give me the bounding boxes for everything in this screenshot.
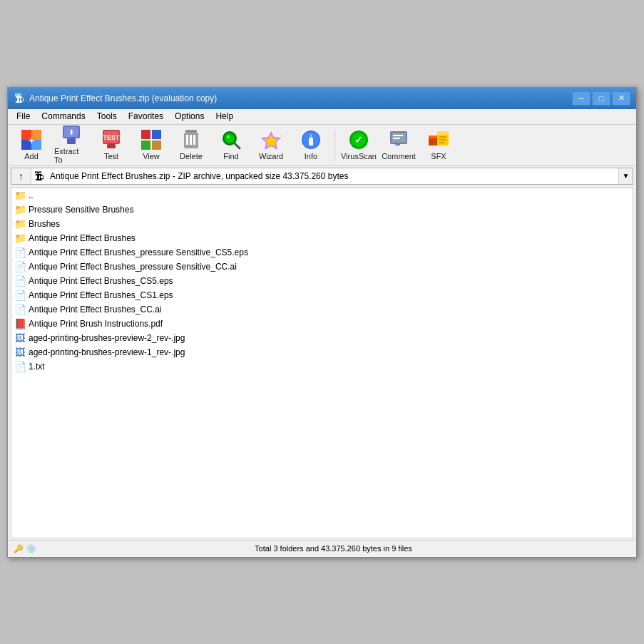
address-bar: ↑ 🗜 Antique Print Effect Brushes.zip - Z… bbox=[11, 168, 633, 185]
app-icon: 🗜 bbox=[14, 93, 25, 104]
sfx-button[interactable]: SFX bbox=[419, 127, 458, 163]
address-path: Antique Print Effect Brushes.zip - ZIP a… bbox=[47, 171, 618, 181]
svg-text:TEST: TEST bbox=[103, 134, 120, 141]
add-button[interactable]: + Add bbox=[12, 127, 51, 163]
toolbar-separator bbox=[334, 129, 335, 160]
file-name: Antique Print Effect Brushes bbox=[29, 233, 136, 243]
menu-tools[interactable]: Tools bbox=[91, 110, 123, 123]
menu-help[interactable]: Help bbox=[210, 110, 239, 123]
list-item[interactable]: 📁 .. bbox=[11, 188, 633, 203]
list-item[interactable]: 📄 Antique Print Effect Brushes_CS5.eps bbox=[11, 274, 633, 288]
list-item[interactable]: 📁 Brushes bbox=[11, 217, 633, 231]
file-icon: 📕 bbox=[14, 318, 26, 329]
file-icon: 🖼 bbox=[14, 347, 26, 358]
file-icon: 📄 bbox=[14, 290, 26, 301]
view-button[interactable]: View bbox=[132, 127, 170, 163]
list-item[interactable]: 📄 Antique Print Effect Brushes_pressure … bbox=[11, 245, 633, 260]
folder-icon: 📁 bbox=[14, 218, 26, 230]
extract-button[interactable]: ⬇ Extract To bbox=[52, 127, 91, 163]
svg-text:✓: ✓ bbox=[354, 134, 363, 145]
file-name: Antique Print Effect Brushes_pressure Se… bbox=[29, 247, 248, 257]
folder-icon: 📁 bbox=[14, 204, 26, 215]
comment-icon bbox=[387, 129, 410, 150]
menu-favorites[interactable]: Favorites bbox=[123, 110, 169, 123]
menu-bar: File Commands Tools Favorites Options He… bbox=[8, 109, 636, 125]
maximize-button[interactable]: □ bbox=[592, 91, 610, 106]
svg-rect-43 bbox=[429, 136, 437, 138]
list-item[interactable]: 📁 Antique Print Effect Brushes bbox=[11, 231, 633, 245]
file-name: 1.txt bbox=[29, 362, 45, 372]
svg-text:⬇: ⬇ bbox=[68, 128, 74, 136]
folder-up-icon: 📁 bbox=[14, 190, 26, 201]
up-button[interactable]: ↑ bbox=[11, 168, 31, 184]
svg-rect-14 bbox=[152, 130, 161, 139]
file-icon: 📄 bbox=[14, 304, 26, 315]
file-icon: 📄 bbox=[14, 261, 26, 272]
extract-icon: ⬇ bbox=[60, 126, 83, 145]
svg-rect-8 bbox=[67, 138, 76, 144]
file-name: Brushes bbox=[29, 219, 60, 229]
svg-rect-19 bbox=[186, 135, 188, 145]
file-name: Antique Print Brush Instructions.pdf bbox=[29, 319, 163, 329]
list-item[interactable]: 📕 Antique Print Brush Instructions.pdf bbox=[11, 317, 633, 331]
sfx-icon bbox=[427, 129, 450, 150]
wizard-icon: ✦ bbox=[260, 129, 282, 150]
list-item[interactable]: 🖼 aged-printing-brushes-preview-2_rev-.j… bbox=[11, 331, 633, 345]
add-icon: + bbox=[20, 129, 43, 150]
find-button[interactable]: Find bbox=[212, 127, 250, 163]
svg-rect-16 bbox=[152, 140, 161, 150]
svg-point-23 bbox=[225, 134, 234, 143]
disc-icon: 💿 bbox=[26, 544, 36, 553]
view-icon bbox=[140, 129, 163, 150]
file-name: Antique Print Effect Brushes_CS1.eps bbox=[29, 290, 173, 300]
test-button[interactable]: TEST Test bbox=[92, 127, 131, 163]
file-name: aged-printing-brushes-preview-2_rev-.jpg bbox=[29, 333, 185, 343]
folder-icon: 📁 bbox=[14, 232, 26, 244]
wizard-button[interactable]: ✦ Wizard bbox=[252, 127, 290, 163]
viruscan-icon: ✓ bbox=[347, 129, 370, 150]
comment-button[interactable]: Comment bbox=[379, 127, 418, 163]
svg-text:✦: ✦ bbox=[280, 132, 281, 138]
list-item[interactable]: 📄 Antique Print Effect Brushes_CC.ai bbox=[11, 302, 633, 317]
close-button[interactable]: ✕ bbox=[612, 91, 630, 106]
svg-rect-21 bbox=[193, 135, 195, 145]
test-icon: TEST bbox=[100, 129, 123, 150]
file-icon: 📄 bbox=[14, 275, 26, 287]
key-icon: 🔑 bbox=[14, 544, 24, 553]
viruscan-button[interactable]: ✓ VirusScan bbox=[339, 127, 378, 163]
info-icon: i bbox=[300, 129, 322, 150]
svg-text:+: + bbox=[29, 135, 34, 146]
svg-rect-33 bbox=[309, 138, 313, 139]
list-item[interactable]: 📄 Antique Print Effect Brushes_pressure … bbox=[11, 260, 633, 274]
info-button[interactable]: i Info bbox=[292, 127, 330, 163]
menu-options[interactable]: Options bbox=[169, 110, 210, 123]
svg-rect-40 bbox=[393, 138, 400, 139]
address-dropdown-button[interactable]: ▼ bbox=[618, 168, 633, 184]
status-left: 🔑 💿 bbox=[14, 544, 36, 553]
menu-file[interactable]: File bbox=[11, 110, 36, 123]
svg-marker-41 bbox=[393, 144, 400, 147]
svg-rect-12 bbox=[107, 144, 116, 148]
svg-rect-15 bbox=[141, 140, 150, 150]
file-name: Antique Print Effect Brushes_pressure Se… bbox=[29, 262, 237, 272]
list-item[interactable]: 🖼 aged-printing-brushes-preview-1_rev-.j… bbox=[11, 345, 633, 359]
menu-commands[interactable]: Commands bbox=[36, 110, 91, 123]
delete-icon bbox=[180, 129, 203, 150]
list-item[interactable]: 📄 1.txt bbox=[11, 359, 633, 374]
title-bar-left: 🗜 Antique Print Effect Brushes.zip (eval… bbox=[14, 93, 217, 104]
minimize-button[interactable]: ─ bbox=[572, 91, 591, 106]
file-icon: 📄 bbox=[14, 361, 26, 372]
file-icon: 🖼 bbox=[14, 332, 26, 344]
list-item[interactable]: 📄 Antique Print Effect Brushes_CS1.eps bbox=[11, 288, 633, 302]
file-list[interactable]: 📁 .. 📁 Pressure Sensitive Brushes 📁 Brus… bbox=[11, 188, 633, 538]
list-item[interactable]: 📁 Pressure Sensitive Brushes bbox=[11, 203, 633, 217]
svg-line-24 bbox=[235, 143, 240, 148]
file-name: Antique Print Effect Brushes_CS5.eps bbox=[29, 276, 173, 286]
status-text: Total 3 folders and 43.375.260 bytes in … bbox=[255, 544, 412, 553]
title-controls: ─ □ ✕ bbox=[572, 91, 630, 106]
address-icon: 🗜 bbox=[34, 170, 44, 182]
svg-rect-13 bbox=[141, 130, 150, 139]
svg-point-25 bbox=[227, 136, 230, 138]
delete-button[interactable]: Delete bbox=[172, 127, 210, 163]
status-bar: 🔑 💿 Total 3 folders and 43.375.260 bytes… bbox=[8, 540, 636, 557]
